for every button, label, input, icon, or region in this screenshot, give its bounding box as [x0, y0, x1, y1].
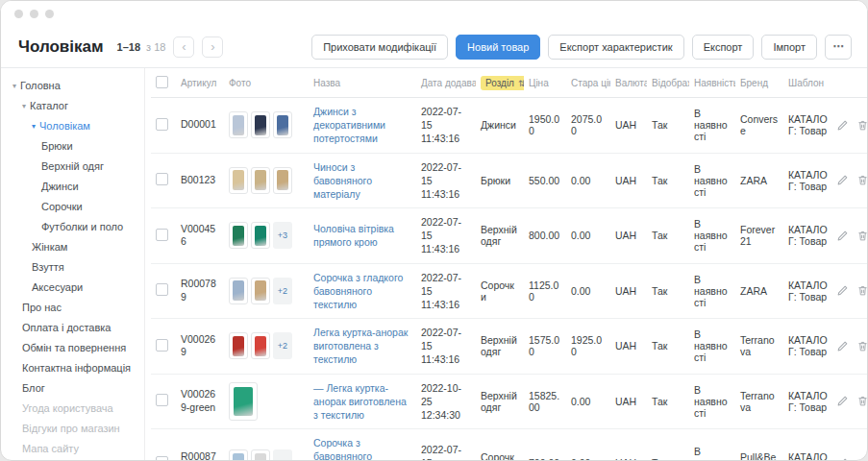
price-cell: 700.00 — [524, 429, 566, 460]
product-photo[interactable] — [229, 222, 248, 249]
sidebar-item-5[interactable]: Джинси — [1, 177, 144, 197]
product-photo[interactable] — [251, 167, 270, 194]
product-photo[interactable] — [229, 111, 248, 138]
column-header-5[interactable]: Ціна — [524, 68, 566, 98]
more-photos-badge[interactable]: +2 — [273, 332, 292, 359]
row-actions-cell — [835, 153, 867, 208]
sidebar-item-13[interactable]: Обмін та повернення — [1, 338, 144, 358]
sidebar-item-9[interactable]: Взуття — [1, 257, 144, 278]
row-checkbox[interactable] — [156, 173, 168, 185]
edit-icon[interactable] — [836, 230, 849, 242]
sidebar-item-11[interactable]: Про нас — [1, 298, 144, 318]
product-name-link[interactable]: Джинси з декоративними потертостями — [313, 105, 411, 146]
edit-icon[interactable] — [836, 119, 849, 132]
sidebar-item-8[interactable]: Жінкам — [1, 237, 144, 257]
edit-icon[interactable] — [836, 340, 849, 352]
sidebar-item-10[interactable]: Аксесуари — [1, 278, 144, 298]
product-photo[interactable] — [229, 278, 248, 304]
delete-icon[interactable] — [856, 457, 867, 460]
sidebar-item-16[interactable]: Угода користувача — [1, 399, 144, 419]
delete-icon[interactable] — [856, 119, 867, 132]
column-header-1[interactable]: Фото — [224, 68, 309, 98]
column-header-4[interactable]: Розділ⇅ — [476, 68, 524, 98]
column-header-2[interactable]: Назва — [309, 68, 416, 98]
edit-icon[interactable] — [836, 174, 849, 186]
sidebar-item-4[interactable]: Верхній одяг — [1, 157, 144, 177]
product-photo[interactable] — [229, 449, 248, 460]
product-name-link[interactable]: — Легка куртка-анорак виготовлена з текс… — [313, 381, 411, 423]
sku-value: R000879 — [181, 450, 216, 460]
export-button[interactable]: Експорт — [692, 35, 755, 60]
product-photo[interactable] — [273, 167, 292, 194]
column-header-3[interactable]: Дата додавання — [416, 68, 476, 98]
product-photo[interactable] — [251, 332, 270, 359]
row-checkbox[interactable] — [156, 456, 168, 460]
column-header-0[interactable]: Артикул — [176, 68, 224, 98]
column-header-8[interactable]: Відображати — [647, 68, 689, 98]
product-photo[interactable] — [229, 167, 248, 194]
more-photos-badge[interactable]: +2 — [273, 449, 292, 460]
window-control-close[interactable] — [14, 10, 23, 18]
sidebar-item-18[interactable]: Мапа сайту — [1, 439, 144, 459]
delete-icon[interactable] — [856, 340, 867, 352]
more-photos-badge[interactable]: +3 — [273, 222, 292, 249]
hide-modifications-button[interactable]: Приховати модифікації — [311, 35, 448, 60]
edit-icon[interactable] — [836, 284, 849, 297]
column-header-11[interactable]: Шаблон — [783, 68, 835, 98]
display-flag-cell: Так — [647, 319, 689, 375]
sidebar-item-label: Про нас — [22, 298, 62, 318]
row-checkbox[interactable] — [156, 118, 168, 131]
column-header-9[interactable]: Наявність — [689, 68, 735, 98]
sidebar-item-7[interactable]: Футболки и поло — [1, 217, 144, 237]
window-control-maximize[interactable] — [45, 10, 54, 18]
new-product-button[interactable]: Новий товар — [456, 35, 540, 60]
more-actions-button[interactable]: ⋯ — [825, 35, 852, 60]
sidebar-item-0[interactable]: ▾Головна — [1, 76, 144, 96]
column-header-6[interactable]: Стара ціна — [566, 68, 610, 98]
product-name-link[interactable]: Сорочка з бавовняного матеріалу притален… — [313, 436, 411, 460]
row-checkbox[interactable] — [156, 394, 168, 406]
product-name-link[interactable]: Чиноси з бавовняного матеріалу — [313, 160, 411, 202]
sidebar-item-6[interactable]: Сорочки — [1, 197, 144, 217]
import-button[interactable]: Імпорт — [761, 35, 817, 60]
product-photo[interactable] — [251, 449, 270, 460]
edit-icon[interactable] — [836, 457, 849, 460]
export-characteristics-button[interactable]: Експорт характеристик — [548, 35, 683, 60]
edit-icon[interactable] — [836, 395, 849, 407]
pagination-prev-button[interactable]: ‹ — [173, 36, 194, 58]
delete-icon[interactable] — [856, 174, 867, 186]
column-header-7[interactable]: Валюта — [610, 68, 647, 98]
column-header-10[interactable]: Бренд — [735, 68, 783, 98]
delete-icon[interactable] — [856, 230, 867, 242]
delete-icon[interactable] — [856, 395, 867, 407]
sidebar-item-17[interactable]: Відгуки про магазин — [1, 419, 144, 439]
product-photo[interactable] — [229, 382, 258, 421]
row-checkbox[interactable] — [156, 229, 168, 241]
pagination-next-button[interactable]: › — [202, 36, 223, 58]
product-photo[interactable] — [229, 332, 248, 359]
content-area: ▾Головна▾Каталог▾ЧоловікамБрюкиВерхній о… — [1, 68, 867, 460]
sidebar-item-label: Верхній одяг — [41, 157, 104, 177]
brand-cell: Terranova — [735, 319, 783, 375]
sidebar-item-2[interactable]: ▾Чоловікам — [1, 116, 144, 136]
sidebar-item-15[interactable]: Блог — [1, 378, 144, 399]
sidebar-item-1[interactable]: ▾Каталог — [1, 96, 144, 116]
product-photo[interactable] — [251, 278, 270, 304]
row-checkbox[interactable] — [156, 283, 168, 296]
time-value: 12:34:30 — [421, 408, 471, 422]
delete-icon[interactable] — [856, 284, 867, 297]
more-photos-badge[interactable]: +2 — [273, 278, 292, 304]
sidebar-item-12[interactable]: Оплата і доставка — [1, 318, 144, 338]
product-photo[interactable] — [251, 222, 270, 249]
product-name-link[interactable]: Легка куртка-анорак виготовлена з тексти… — [313, 326, 411, 367]
row-checkbox[interactable] — [156, 339, 168, 352]
sidebar-item-3[interactable]: Брюки — [1, 136, 144, 157]
window-control-minimize[interactable] — [30, 10, 38, 18]
sort-icon[interactable]: ⇅ — [518, 79, 524, 88]
product-name-link[interactable]: Чоловіча вітрівка прямого крою — [313, 222, 411, 249]
product-photo[interactable] — [251, 111, 270, 138]
select-all-checkbox[interactable] — [156, 76, 168, 88]
product-photo[interactable] — [273, 111, 292, 138]
product-name-link[interactable]: Сорочка з гладкого бавовняного текстилю — [313, 271, 411, 312]
sidebar-item-14[interactable]: Контактна інформація — [1, 358, 144, 378]
